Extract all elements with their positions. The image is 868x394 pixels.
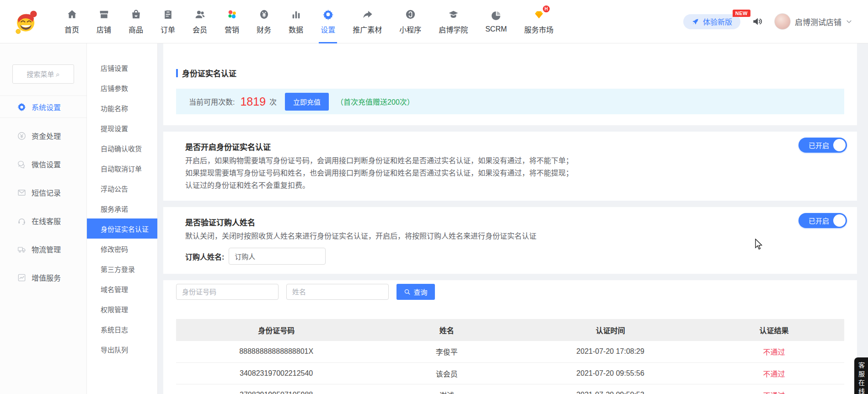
nav-item-orders[interactable]: 订单 bbox=[152, 0, 184, 43]
orderer-heading: 是否验证订购人姓名 bbox=[185, 216, 835, 228]
cell-auth-time: 2021-07-20 09:50:53 bbox=[517, 384, 704, 394]
cell-auth-time: 2021-07-20 17:08:29 bbox=[517, 341, 704, 362]
orderer-field-label: 订购人姓名: bbox=[185, 251, 224, 262]
orderer-desc: 默认关闭，关闭时按照收货人姓名来进行身份证实名认证，开启后，将按照订购人姓名来进… bbox=[185, 230, 835, 242]
submenu-item-6[interactable]: 浮动公告 bbox=[87, 178, 157, 198]
table-header-4: 认证结果 bbox=[704, 319, 844, 341]
cell-id-number: 370829199507105988 bbox=[176, 384, 376, 394]
toggle-knob bbox=[833, 139, 846, 151]
query-button[interactable]: 查询 bbox=[396, 284, 435, 300]
submenu-item-0[interactable]: 店铺设置 bbox=[87, 58, 157, 78]
menu-search-input[interactable] bbox=[12, 64, 74, 84]
settings-icon bbox=[322, 9, 334, 20]
nav-item-shop[interactable]: 店铺 bbox=[88, 0, 120, 43]
nav-item-members[interactable]: 会员 bbox=[184, 0, 216, 43]
nav-item-goods[interactable]: 商品 bbox=[120, 0, 152, 43]
sidebar-item-gear[interactable]: 系统设置 bbox=[0, 96, 86, 118]
submenu-item-9[interactable]: 修改密码 bbox=[87, 239, 157, 259]
submenu-item-10[interactable]: 第三方登录 bbox=[87, 259, 157, 279]
hot-badge: H bbox=[543, 5, 550, 12]
account-menu[interactable]: 启博测试店铺 bbox=[774, 13, 852, 30]
primary-sidebar: 系统设置资金处理微信设置短信记录在线客服物流管理增值服务 bbox=[0, 43, 87, 394]
nav-item-finance[interactable]: 财务 bbox=[248, 0, 280, 43]
home-icon bbox=[66, 9, 78, 20]
sms-icon bbox=[17, 188, 27, 197]
sidebar-item-funds[interactable]: 资金处理 bbox=[0, 122, 86, 150]
id-number-search-input[interactable] bbox=[176, 284, 279, 300]
brand-logo[interactable] bbox=[13, 7, 39, 36]
cell-name: 该会员 bbox=[376, 362, 517, 384]
wechat-icon bbox=[17, 160, 27, 169]
marketing-icon bbox=[226, 9, 238, 20]
miniapp-icon bbox=[405, 9, 416, 20]
id-auth-section: 是否开启身份证实名认证 开启后，如果购物需要填写身份证号码，会调用接口判断身份证… bbox=[163, 132, 857, 201]
nav-item-promo[interactable]: 推广素材 bbox=[344, 0, 391, 43]
auth-records-table: 身份证号码姓名认证时间认证结果 88888888888888801X李俊平202… bbox=[176, 319, 844, 394]
finance-icon bbox=[258, 9, 270, 20]
auth-records-section: 查询 身份证号码姓名认证时间认证结果 88888888888888801X李俊平… bbox=[163, 280, 857, 394]
sidebar-item-service[interactable]: 在线客服 bbox=[0, 207, 86, 235]
rocket-icon bbox=[691, 18, 699, 26]
submenu-item-7[interactable]: 服务承诺 bbox=[87, 198, 157, 218]
new-badge: NEW bbox=[733, 10, 750, 17]
cell-name: 谢浦 bbox=[376, 384, 517, 394]
nav-right-area: 体验新版 NEW 启博测试店铺 bbox=[683, 13, 868, 30]
sidebar-item-wechat[interactable]: 微信设置 bbox=[0, 150, 86, 178]
announcement-speaker-icon[interactable] bbox=[751, 16, 763, 27]
nav-item-market[interactable]: H服务市场 bbox=[515, 0, 562, 43]
table-row: 88888888888888801X李俊平2021-07-20 17:08:29… bbox=[176, 341, 844, 362]
submenu-item-4[interactable]: 自动确认收货 bbox=[87, 138, 157, 158]
orderer-name-input[interactable] bbox=[229, 248, 326, 265]
submenu-item-13[interactable]: 系统日志 bbox=[87, 319, 157, 339]
nav-item-settings[interactable]: 设置 bbox=[312, 0, 344, 43]
cell-auth-result: 不通过 bbox=[704, 341, 844, 362]
submenu-item-14[interactable]: 导出队列 bbox=[87, 339, 157, 359]
bonus-note: （首次充值赠送200次） bbox=[336, 96, 414, 107]
submenu-item-2[interactable]: 功能名称 bbox=[87, 98, 157, 118]
quota-label: 当前可用次数: bbox=[189, 96, 235, 107]
nav-item-academy[interactable]: 启博学院 bbox=[430, 0, 477, 43]
experience-button-label: 体验新版 bbox=[703, 16, 732, 27]
table-header-1: 身份证号码 bbox=[176, 319, 376, 341]
top-navigation: 首页店铺商品订单会员营销财务数据设置推广素材小程序启博学院SCRMH服务市场 体… bbox=[0, 0, 868, 43]
id-auth-line-2: 如果提现需要填写身份证号码和姓名，也会调用接口判断身份证和姓名是否通过实名认证，… bbox=[185, 167, 835, 179]
academy-icon bbox=[448, 9, 459, 20]
scrm-icon bbox=[490, 10, 502, 21]
sidebar-search-area bbox=[0, 43, 86, 96]
avatar bbox=[774, 13, 791, 30]
submenu-item-11[interactable]: 域名管理 bbox=[87, 279, 157, 299]
primary-sidebar-menu: 系统设置资金处理微信设置短信记录在线客服物流管理增值服务 bbox=[0, 96, 86, 292]
settings-submenu: 店铺设置店铺参数功能名称提现设置自动确认收货自动取消订单浮动公告服务承诺身份证实… bbox=[87, 43, 158, 394]
quota-unit: 次 bbox=[269, 96, 277, 107]
store-name: 启博测试店铺 bbox=[795, 16, 841, 27]
name-search-input[interactable] bbox=[286, 284, 389, 300]
title-accent-bar bbox=[176, 69, 178, 77]
quota-count: 1819 bbox=[240, 95, 266, 108]
customer-service-tab[interactable]: 客服在线 bbox=[854, 357, 868, 394]
nav-item-miniapp[interactable]: 小程序 bbox=[391, 0, 430, 43]
sidebar-item-sms[interactable]: 短信记录 bbox=[0, 178, 86, 207]
submenu-item-5[interactable]: 自动取消订单 bbox=[87, 158, 157, 178]
id-auth-line-3: 认证过的身份证和姓名不会重复扣费。 bbox=[185, 179, 835, 192]
service-icon bbox=[17, 216, 27, 226]
id-auth-toggle[interactable]: 已开启 bbox=[798, 138, 847, 153]
sidebar-item-logistics[interactable]: 物流管理 bbox=[0, 235, 86, 263]
nav-item-data[interactable]: 数据 bbox=[280, 0, 312, 43]
sidebar-item-valueadd[interactable]: 增值服务 bbox=[0, 263, 86, 292]
nav-item-marketing[interactable]: 营销 bbox=[216, 0, 248, 43]
submenu-item-3[interactable]: 提现设置 bbox=[87, 118, 157, 138]
submenu-item-1[interactable]: 店铺参数 bbox=[87, 78, 157, 98]
page-header-card: 身份证实名认证 当前可用次数: 1819 次 立即充值 （首次充值赠送200次） bbox=[163, 43, 857, 125]
submenu-item-8[interactable]: 身份证实名认证 bbox=[87, 218, 157, 239]
search-icon bbox=[404, 288, 411, 295]
experience-new-version-button[interactable]: 体验新版 NEW bbox=[683, 14, 740, 29]
orderer-toggle[interactable]: 已开启 bbox=[798, 213, 847, 228]
data-icon bbox=[290, 9, 302, 20]
nav-item-home[interactable]: 首页 bbox=[56, 0, 88, 43]
table-row: 370829199507105988谢浦2021-07-20 09:50:53不… bbox=[176, 384, 844, 394]
nav-item-scrm[interactable]: SCRM bbox=[477, 0, 515, 43]
table-header-3: 认证时间 bbox=[517, 319, 704, 341]
submenu-item-12[interactable]: 权限管理 bbox=[87, 299, 157, 319]
recharge-button[interactable]: 立即充值 bbox=[285, 93, 329, 111]
cell-name: 李俊平 bbox=[376, 341, 517, 362]
